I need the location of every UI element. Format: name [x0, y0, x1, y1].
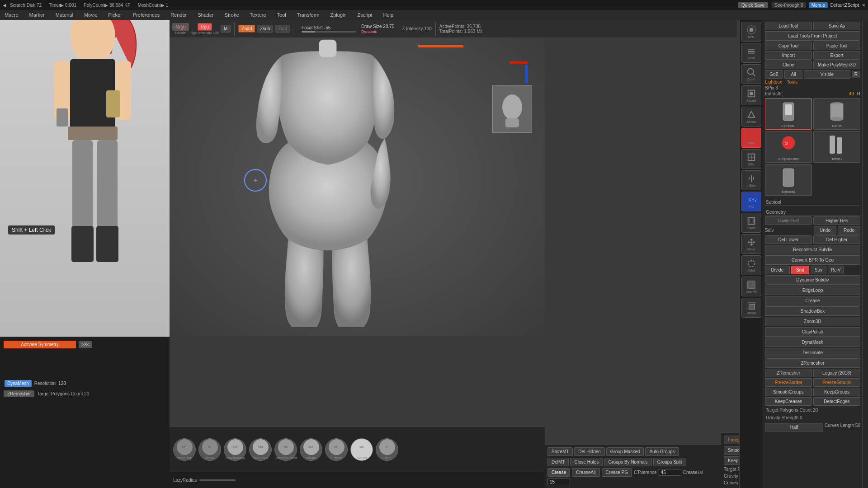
zadd-button[interactable]: Zadd: [238, 25, 255, 33]
menu-picker[interactable]: Picker: [106, 11, 124, 19]
detect-edges-prop-button[interactable]: DetectEdges: [813, 397, 860, 406]
menu-stroke[interactable]: Stroke: [223, 11, 241, 19]
lightbox-label[interactable]: Lightbox: [765, 80, 782, 84]
scroll-icon-btn[interactable]: Scroll: [741, 43, 761, 63]
legacy-2018-button[interactable]: Legacy (2018): [813, 369, 860, 377]
goz-button[interactable]: GoZ: [765, 70, 783, 79]
menu-marker[interactable]: Marker: [28, 11, 47, 19]
menu-zplugin[interactable]: Zplugin: [328, 11, 348, 19]
zremesher-button[interactable]: ZRemesher: [4, 390, 34, 397]
teeth1-thumb[interactable]: Teeth1: [813, 131, 860, 163]
zremesher2-button[interactable]: ZRemesher: [765, 369, 812, 377]
move-icon-btn[interactable]: Move: [741, 234, 761, 254]
groups-split-button[interactable]: Groups Split: [653, 458, 686, 466]
divide-button[interactable]: Divide: [765, 266, 790, 274]
x-marker[interactable]: >X<: [79, 341, 92, 348]
del-mt-button[interactable]: DelMT: [547, 458, 569, 466]
save-as-button[interactable]: Save As: [813, 22, 860, 30]
cylinder3d-thumb[interactable]: Clone: [813, 98, 860, 130]
keep-groups-prop-button[interactable]: KeepGroups: [813, 388, 860, 396]
simplebrush-thumb[interactable]: S SimpleBrush: [765, 131, 812, 163]
undo-button[interactable]: Undo: [814, 226, 836, 235]
sdiv-icon-btn[interactable]: Sdiv: [741, 149, 761, 169]
freeze-border-prop-button[interactable]: FreezeBorder: [765, 378, 812, 387]
clay-buildup-brush[interactable]: CB ClayBuildup: [224, 438, 246, 461]
morph-brush[interactable]: Mo Morph: [350, 438, 373, 461]
close-holes-button[interactable]: Close Holes: [570, 458, 603, 466]
import-button[interactable]: Import: [765, 51, 812, 60]
tessimate-button[interactable]: Tessimate: [765, 348, 860, 357]
inflate-brush[interactable]: Inf Inflate: [300, 438, 322, 461]
focal-slider[interactable]: [302, 31, 356, 33]
copy-tool-button[interactable]: Copy Tool: [765, 42, 812, 50]
activate-symmetry-button[interactable]: Activate Symmetry: [4, 341, 76, 348]
store-mt-button[interactable]: StoreMT: [547, 447, 573, 456]
menu-tool[interactable]: Tool: [275, 11, 288, 19]
menu-texture[interactable]: Texture: [248, 11, 268, 19]
load-tools-from-project-button[interactable]: Load Tools From Project: [765, 31, 860, 41]
rotate-icon-btn[interactable]: Rotat: [741, 255, 761, 275]
menu-shader[interactable]: Shader: [196, 11, 215, 19]
menus-button[interactable]: Menus: [809, 2, 828, 8]
relv-button[interactable]: RelV: [828, 266, 844, 274]
actual-icon-btn[interactable]: ActualI: [741, 85, 761, 105]
move-topologize-brush[interactable]: MT Move Top: [173, 438, 196, 461]
menu-movie[interactable]: Movie: [82, 11, 99, 19]
convert-bpr-button[interactable]: Convert BPR To Geo: [765, 255, 860, 265]
r-label[interactable]: R: [852, 71, 860, 78]
zcut-button[interactable]: Zcut: [275, 25, 290, 33]
export-button[interactable]: Export: [813, 51, 860, 60]
higher-res-button[interactable]: Higher Res: [813, 216, 860, 225]
menu-macro[interactable]: Macro: [3, 11, 20, 19]
crease-all-button[interactable]: CreaseAll: [572, 468, 599, 477]
smt-button[interactable]: Smt: [791, 266, 809, 274]
crease-button[interactable]: Crease: [547, 468, 570, 477]
zsub-button[interactable]: Zsub: [257, 25, 273, 33]
rgb-button[interactable]: Rgb: [198, 23, 212, 31]
extract6-thumb[interactable]: Extract6:: [765, 98, 812, 130]
del-lower-button[interactable]: Del Lower: [765, 235, 812, 244]
move-brush[interactable]: M Move: [198, 438, 221, 461]
group-masked-button[interactable]: Group Masked: [606, 447, 644, 456]
pinch-brush[interactable]: Pi Pinch: [376, 438, 398, 461]
close-icon[interactable]: ✕: [862, 3, 865, 8]
half-button[interactable]: Half: [765, 423, 823, 432]
dynamic-subdiv-button[interactable]: Dynamic Subdiv: [765, 275, 860, 285]
crease-lvl-input[interactable]: [547, 479, 570, 485]
zremesher-geom-button[interactable]: ZRemesher: [765, 358, 860, 368]
transp-icon-btn[interactable]: Transp: [741, 298, 761, 318]
dam-standard-brush[interactable]: DS DamStandard: [274, 438, 297, 461]
shadow-box-button[interactable]: ShadowBox: [765, 306, 860, 316]
bpr-icon-btn[interactable]: BPR: [741, 22, 761, 42]
floor-icon-btn[interactable]: Floor: [741, 128, 761, 148]
groups-by-normals-button[interactable]: Groups By Normals: [604, 458, 651, 466]
tools-label[interactable]: Tools: [787, 80, 797, 84]
menu-help[interactable]: Help: [382, 11, 396, 19]
linefill-icon-btn[interactable]: Line Fill: [741, 277, 761, 296]
menu-transform[interactable]: Transform: [295, 11, 321, 19]
crease-geom-button[interactable]: Crease: [765, 296, 860, 305]
reconstruct-subdiv-button[interactable]: Reconstruct Subdiv: [765, 245, 860, 254]
menu-material[interactable]: Material: [54, 11, 75, 19]
r-right-label[interactable]: R: [857, 91, 860, 96]
make-polymesh3d-button[interactable]: Make PolyMesh3D: [813, 61, 860, 69]
xyz-icon-btn[interactable]: XYZ XYZ: [741, 192, 761, 211]
clone-button[interactable]: Clone: [765, 61, 812, 69]
smooth-groups-prop-button[interactable]: SmoothGroups: [765, 388, 812, 396]
auto-groups-button[interactable]: Auto Groups: [645, 447, 679, 456]
standard-brush[interactable]: Std Standard: [249, 438, 272, 461]
redo-button[interactable]: Redo: [838, 226, 860, 235]
edge-loop-button[interactable]: EdgeLoop: [765, 286, 860, 295]
all-button[interactable]: All: [784, 70, 802, 79]
c-tolerance-input[interactable]: [659, 469, 681, 476]
clay-polish-button[interactable]: ClayPolish: [765, 327, 860, 337]
quick-save-button[interactable]: Quick Save: [738, 2, 768, 8]
keep-creases-prop-button[interactable]: KeepCreases: [765, 397, 812, 406]
suv-button[interactable]: Suv: [811, 266, 826, 274]
del-higher-button[interactable]: Del Higher: [813, 235, 860, 244]
see-through-label[interactable]: See-through 0: [772, 2, 806, 8]
zoom3d-button[interactable]: Zoom3D: [765, 317, 860, 326]
aahat-icon-btn[interactable]: AAHat: [741, 107, 761, 127]
frame-icon-btn[interactable]: Frame: [741, 213, 761, 233]
menu-zscript[interactable]: Zscript: [356, 11, 374, 19]
